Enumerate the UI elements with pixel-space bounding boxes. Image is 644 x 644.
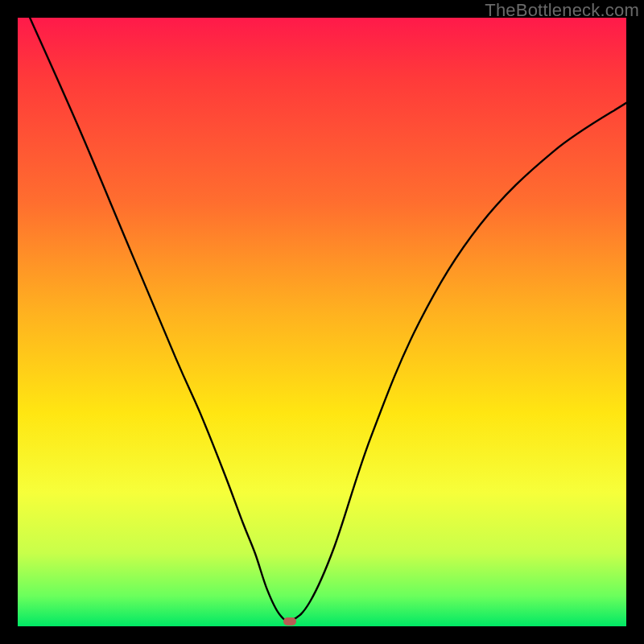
minimum-marker bbox=[283, 617, 296, 625]
watermark-text: TheBottleneck.com bbox=[485, 0, 639, 21]
curve-svg bbox=[18, 18, 626, 626]
plot-area bbox=[18, 18, 626, 626]
bottleneck-curve bbox=[30, 18, 626, 621]
bottleneck-chart: TheBottleneck.com bbox=[0, 0, 644, 644]
